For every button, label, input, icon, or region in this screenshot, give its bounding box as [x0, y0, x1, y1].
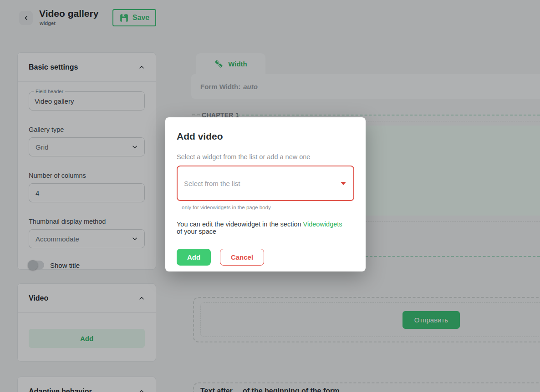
- modal-title: Add video: [177, 131, 354, 142]
- note-text: of your space: [177, 228, 216, 235]
- note-text: You can edit the videowidget in the sect…: [177, 221, 303, 228]
- caret-down-icon: [341, 182, 346, 185]
- widget-select-helper: only for videowidgets in the page body: [182, 205, 354, 210]
- modal-description: Select a widget from the list or add a n…: [177, 153, 354, 161]
- modal-cancel-button[interactable]: Cancel: [220, 249, 264, 266]
- modal-add-button[interactable]: Add: [177, 249, 211, 266]
- app-viewport: Video gallery widget Save Basic settings…: [0, 0, 540, 392]
- widget-select-placeholder: Select from the list: [184, 180, 240, 187]
- modal-note: You can edit the videowidget in the sect…: [177, 221, 354, 235]
- videowidgets-link[interactable]: Videowidgets: [303, 221, 342, 228]
- widget-select[interactable]: Select from the list: [177, 166, 354, 201]
- add-video-modal: Add video Select a widget from the list …: [165, 117, 366, 271]
